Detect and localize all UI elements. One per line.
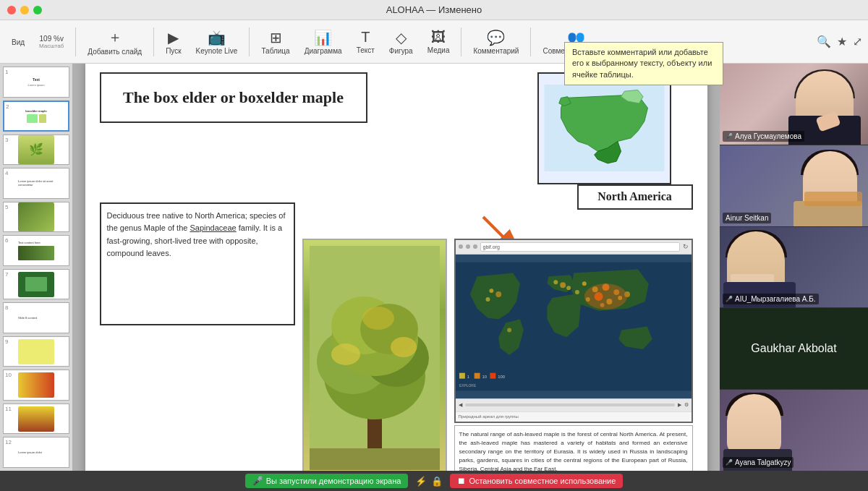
bottom-text-box: The natural range of ash-leaved maple is…: [454, 425, 693, 471]
browser-refresh-icon[interactable]: ↻: [683, 243, 689, 250]
window-title: ALOHAA — Изменено: [386, 4, 482, 15]
bottom-text-content: The natural range of ash-leaved maple is…: [459, 430, 688, 471]
svg-rect-35: [459, 372, 464, 378]
security-icon: 🔒: [431, 476, 443, 487]
recording-indicator: 🎤 Вы запустили демонстрацию экрана: [245, 474, 409, 488]
slide-thumb-9[interactable]: 9: [3, 336, 69, 367]
participant-4-video: Gaukhar Akbolat: [720, 308, 868, 389]
slide-thumb-7[interactable]: 7: [3, 269, 69, 300]
comment-tooltip: Вставьте комментарий или добавьте его к …: [564, 42, 723, 85]
svg-point-16: [582, 281, 586, 286]
close-button[interactable]: [7, 6, 16, 14]
maximize-button[interactable]: [33, 6, 42, 14]
chart-icon: 📊: [314, 29, 332, 46]
play-button-small[interactable]: ⚙: [684, 402, 689, 408]
stop-icon: ⏹: [457, 476, 466, 486]
slide-thumb-4[interactable]: 4 Lorem ipsum dolor sit amet consectetur: [3, 168, 69, 199]
media-button[interactable]: 🖼 Медиа: [422, 26, 456, 57]
window-controls[interactable]: [7, 6, 42, 14]
na-map-box: [537, 72, 671, 184]
slide-title-text: The box elder or boxelder maple: [123, 88, 344, 107]
participant-4-name: Gaukhar Akbolat: [751, 342, 836, 355]
minimize-button[interactable]: [20, 6, 29, 14]
scale-label: 109 %v: [40, 35, 64, 43]
media-label: Медиа: [427, 46, 450, 54]
slide-thumb-11[interactable]: 11: [3, 404, 69, 435]
stop-text: Остановить совместное использование: [469, 477, 616, 485]
divider-3: [249, 27, 250, 56]
browser-window: gbif.org ↻: [454, 239, 693, 423]
chart-button[interactable]: 📊 Диаграмма: [299, 26, 348, 58]
view-label: Вид: [12, 38, 25, 46]
slider-right-icon: ▶: [678, 402, 681, 408]
text-label: Текст: [357, 46, 375, 54]
view-button[interactable]: Вид: [6, 35, 30, 49]
slide-thumb-6[interactable]: 6 Text content here: [3, 235, 69, 266]
browser-footer-text: Природный ареал для группы: [459, 414, 519, 419]
svg-rect-12: [310, 448, 440, 470]
scale-button[interactable]: 109 %v Масштаб: [33, 31, 69, 52]
svg-text:100: 100: [498, 374, 506, 378]
slide-thumb-5[interactable]: 5: [3, 202, 69, 233]
divider-5: [530, 27, 531, 56]
shape-button[interactable]: ◇ Фигура: [383, 26, 419, 58]
svg-text:EXPLORE: EXPLORE: [459, 384, 476, 388]
divider-1: [75, 27, 76, 56]
divider-4: [461, 27, 461, 56]
slide-thumb-8[interactable]: 8 Slide 8 content: [3, 302, 69, 333]
text-button[interactable]: T Текст: [351, 26, 380, 57]
svg-point-27: [553, 280, 558, 284]
na-map-svg: [539, 85, 670, 171]
participant-2-name: Ainur Seitkan: [726, 214, 768, 222]
participant-3-name: АIU_Мырзагалиева А.Б.: [735, 295, 816, 303]
play-icon: ▶: [168, 29, 179, 46]
svg-point-25: [574, 290, 579, 294]
add-slide-label: Добавить слайд: [88, 48, 142, 56]
svg-point-28: [560, 282, 566, 288]
svg-point-10: [391, 337, 417, 357]
slide-thumb-3[interactable]: 3 🌿: [3, 135, 69, 166]
keynote-live-icon: 📺: [208, 29, 226, 46]
star-icon: ★: [837, 35, 847, 48]
chart-label: Диаграмма: [305, 47, 342, 55]
slide-title-box: The box elder or boxelder maple: [100, 72, 367, 123]
svg-point-29: [566, 286, 571, 290]
participant-1-name: Алуа Гусмаулемова: [735, 132, 801, 140]
shape-icon: ◇: [396, 29, 407, 46]
time-slider[interactable]: [465, 404, 675, 406]
tree-photo: [302, 239, 447, 471]
svg-point-33: [507, 328, 511, 332]
comment-icon: 💬: [487, 29, 505, 46]
participant-2-label: Ainur Seitkan: [723, 213, 771, 223]
slider-label: ◀: [459, 402, 462, 408]
comment-button[interactable]: 💬 Комментарий: [467, 26, 524, 58]
participant-5-name: Ayana Talgatkyzy: [735, 458, 791, 466]
slide-thumb-2[interactable]: 2 boxelder maple: [3, 101, 69, 132]
browser-toolbar: gbif.org ↻: [456, 240, 692, 255]
right-panel: 🎤 Алуа Гусмаулемова Ainur Seitkan: [720, 64, 868, 471]
title-bar: ALOHAA — Изменено: [0, 0, 868, 20]
keynote-live-button[interactable]: 📺 Keynote Live: [190, 26, 244, 58]
stop-sharing-button[interactable]: ⏹ Остановить совместное использование: [450, 474, 623, 488]
browser-content: 1 10 100 EXPLORE: [456, 255, 692, 398]
participant-4: Gaukhar Akbolat: [720, 308, 868, 390]
browser-controls: ◀ ▶ ⚙: [456, 398, 692, 411]
mic-status-icon: 🎤: [252, 476, 263, 486]
add-slide-button[interactable]: ＋ Добавить слайд: [82, 25, 148, 59]
play-button[interactable]: ▶ Пуск: [160, 26, 187, 58]
svg-point-30: [489, 289, 493, 293]
comment-label: Комментарий: [473, 47, 519, 55]
zoom-icon[interactable]: ⤢: [853, 35, 862, 48]
slide-thumb-10[interactable]: 10: [3, 370, 69, 401]
slide-thumb-1[interactable]: 1 Text Lorem ipsum: [3, 67, 69, 98]
browser-dot-1: [459, 244, 463, 249]
main-area: 1 Text Lorem ipsum 2 boxelder maple: [0, 64, 868, 471]
slide-thumb-12[interactable]: 12 Lorem ipsum dolor: [3, 437, 69, 468]
search-icon[interactable]: 🔍: [817, 35, 831, 48]
table-button[interactable]: ⊞ Таблица: [255, 26, 295, 58]
browser-url-bar[interactable]: gbif.org: [480, 242, 680, 252]
keynote-live-label: Keynote Live: [196, 47, 238, 55]
na-label-box: North America: [577, 184, 693, 210]
tree-svg: [310, 246, 440, 470]
status-bar: 🎤 Вы запустили демонстрацию экрана ⚡ 🔒 ⏹…: [0, 471, 868, 491]
